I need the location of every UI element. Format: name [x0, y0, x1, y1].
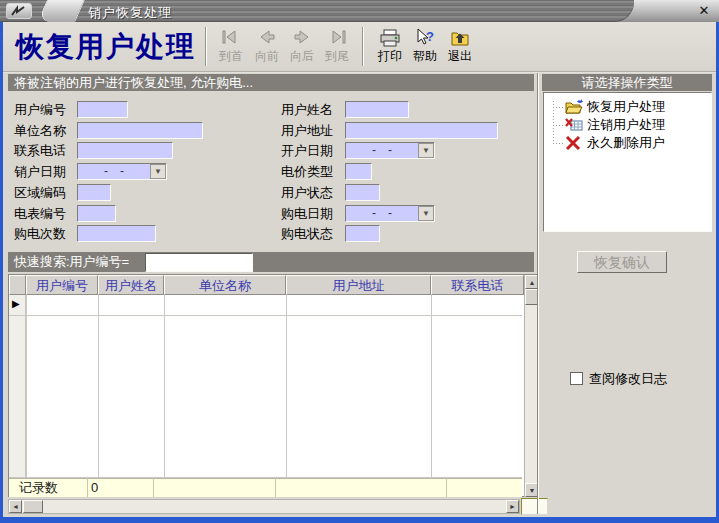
scroll-left-icon[interactable]: ◄ [9, 500, 22, 513]
user-table: 用户编号 用户姓名 单位名称 用户地址 联系电话 ▶ 记录数 0 ▲ ▼ [8, 274, 538, 497]
field-label-purchase-count: 购电次数 [14, 225, 66, 242]
toolbar-separator [362, 27, 364, 66]
field-label-purchase-date: 购电日期 [281, 205, 333, 222]
user-address-field[interactable] [345, 122, 498, 139]
chevron-down-icon[interactable]: ▼ [150, 164, 166, 179]
page-title: 恢复用户处理 [16, 28, 196, 66]
open-folder-icon [564, 98, 584, 116]
table-header-user-id[interactable]: 用户编号 [26, 275, 98, 295]
deregister-user-icon [564, 116, 584, 134]
form-section-header: 将被注销的用户进行恢复处理, 允许购电... [8, 74, 534, 91]
purchase-count-field[interactable] [77, 225, 156, 242]
operation-tree: 恢复用户处理 注销用户处理 永久删除用户 [543, 92, 712, 232]
search-input[interactable] [145, 253, 253, 272]
quick-search-bar: 快速搜索:用户编号= [8, 252, 534, 272]
svg-text:?: ? [426, 29, 434, 44]
user-name-field[interactable] [345, 101, 409, 118]
field-label-price-type: 电价类型 [281, 163, 333, 180]
grid-column-line [164, 295, 165, 478]
restore-confirm-button[interactable]: 恢复确认 [577, 251, 667, 273]
grid-column-line [26, 295, 27, 478]
price-type-field[interactable] [345, 163, 372, 180]
record-count-value: 0 [91, 479, 98, 496]
unit-name-field[interactable] [77, 122, 203, 139]
table-header-phone[interactable]: 联系电话 [431, 275, 524, 295]
first-record-icon [213, 25, 249, 49]
record-count-label: 记录数 [19, 479, 58, 496]
grid-column-line [286, 295, 287, 478]
view-log-label: 查阅修改日志 [589, 370, 667, 387]
help-button[interactable]: ? 帮助 [407, 25, 443, 69]
tree-item-restore-user[interactable]: 恢复用户处理 [553, 98, 708, 116]
field-label-user-id: 用户编号 [14, 101, 66, 118]
contact-phone-field[interactable] [77, 142, 173, 159]
summary-cell-line [153, 478, 154, 497]
grid-column-line [431, 295, 432, 478]
summary-cell-line [275, 478, 276, 497]
delete-user-icon [564, 134, 584, 152]
meter-id-field[interactable] [77, 205, 116, 222]
table-vertical-scrollbar[interactable]: ▲ ▼ [524, 275, 538, 497]
user-id-field[interactable] [77, 101, 128, 118]
scroll-right-icon[interactable]: ► [506, 500, 519, 513]
chevron-down-icon[interactable]: ▼ [418, 206, 434, 221]
field-label-purchase-status: 购电状态 [281, 225, 333, 242]
table-selector-header [9, 275, 26, 295]
purchase-status-field[interactable] [345, 225, 380, 242]
toolbar-divider [3, 71, 716, 73]
window-border-left [0, 22, 3, 523]
current-row-pointer-icon: ▶ [12, 299, 20, 309]
cancel-date-combo[interactable]: - - ▼ [77, 163, 167, 180]
field-label-user-status: 用户状态 [281, 184, 333, 201]
user-status-field[interactable] [345, 184, 380, 201]
field-label-unit-name: 单位名称 [14, 122, 66, 139]
field-label-user-address: 用户地址 [281, 122, 333, 139]
region-code-field[interactable] [77, 184, 111, 201]
tree-line [553, 125, 564, 126]
chevron-down-icon[interactable]: ▼ [418, 143, 434, 158]
field-label-open-date: 开户日期 [281, 142, 333, 159]
field-label-meter-id: 电表编号 [14, 205, 66, 222]
panel-divider [537, 73, 539, 514]
nav-first-button[interactable]: 到首 [213, 25, 249, 69]
title-bar: 销户恢复处理 ✕ [0, 0, 719, 22]
table-horizontal-scrollbar[interactable]: ◄ ► [8, 499, 520, 514]
exit-folder-icon [442, 25, 478, 49]
toolbar-separator [205, 27, 207, 66]
summary-cell-line [446, 478, 447, 497]
last-record-icon [319, 25, 355, 49]
field-label-cancel-date: 销户日期 [14, 163, 66, 180]
printer-icon [372, 25, 408, 49]
table-header-user-address[interactable]: 用户地址 [286, 275, 431, 295]
window-title: 销户恢复处理 [88, 4, 172, 22]
quick-search-label: 快速搜索:用户编号= [14, 254, 129, 269]
help-cursor-icon: ? [407, 25, 443, 49]
nav-next-button[interactable]: 向后 [284, 25, 320, 69]
grid-corner-box [521, 498, 548, 515]
prev-record-icon [249, 25, 285, 49]
print-button[interactable]: 打印 [372, 25, 408, 69]
open-date-combo[interactable]: - - ▼ [345, 142, 435, 159]
purchase-date-combo[interactable]: - - ▼ [345, 205, 435, 222]
field-label-region-code: 区域编码 [14, 184, 66, 201]
next-record-icon [284, 25, 320, 49]
table-header-unit-name[interactable]: 单位名称 [164, 275, 286, 295]
app-logo-icon [6, 3, 32, 19]
close-icon[interactable]: ✕ [695, 3, 713, 19]
row-selector-column [9, 295, 26, 478]
field-label-phone: 联系电话 [14, 142, 66, 159]
operation-type-header: 请选择操作类型 [542, 74, 712, 91]
grid-column-line [98, 295, 99, 478]
table-row[interactable] [9, 315, 522, 316]
horizontal-scrollbar-thumb[interactable] [23, 500, 43, 513]
tree-item-deregister-user[interactable]: 注销用户处理 [553, 116, 708, 134]
toolbar: 恢复用户处理 到首 向前 向后 到尾 [3, 22, 716, 71]
table-header-user-name[interactable]: 用户姓名 [98, 275, 164, 295]
nav-prev-button[interactable]: 向前 [249, 25, 285, 69]
summary-cell-line [87, 478, 88, 497]
tree-item-delete-user[interactable]: 永久删除用户 [553, 134, 708, 152]
exit-button[interactable]: 退出 [442, 25, 478, 69]
view-log-checkbox[interactable] [570, 372, 583, 385]
field-label-user-name: 用户姓名 [281, 101, 333, 118]
nav-last-button[interactable]: 到尾 [319, 25, 355, 69]
